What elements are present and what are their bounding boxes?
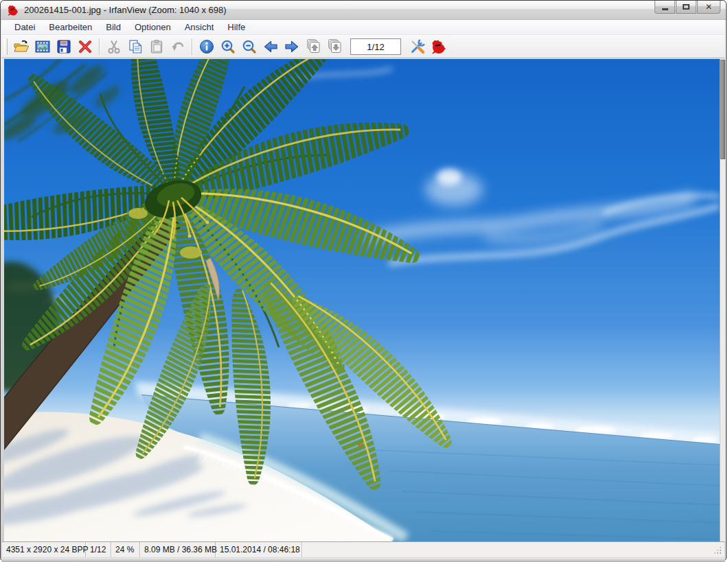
cut-button[interactable] xyxy=(103,37,124,56)
save-icon xyxy=(56,38,72,55)
menu-optionen[interactable]: Optionen xyxy=(128,20,178,34)
toolbar xyxy=(2,35,725,58)
status-zoom-level: 24 % xyxy=(111,542,140,557)
paste-icon xyxy=(148,38,165,55)
close-icon: ✕ xyxy=(705,3,712,11)
menu-bild[interactable]: Bild xyxy=(99,20,128,34)
maximize-icon xyxy=(683,4,690,10)
delete-button[interactable] xyxy=(74,37,95,56)
window-title: 200261415-001.jpg - IrfanView (Zoom: 104… xyxy=(24,5,227,15)
status-page-index: 1/12 xyxy=(86,542,111,557)
open-folder-icon xyxy=(13,38,30,55)
irfanview-cat-icon xyxy=(431,38,447,55)
zoom-out-button[interactable] xyxy=(238,37,260,56)
minimize-icon xyxy=(662,8,668,10)
beach-photo xyxy=(4,59,720,541)
zoom-in-button[interactable] xyxy=(217,37,238,56)
slideshow-button[interactable] xyxy=(32,37,53,56)
next-page-button[interactable] xyxy=(323,37,345,56)
window-controls: ✕ xyxy=(654,1,720,14)
status-file-size: 8.09 MB / 36.36 MB xyxy=(140,542,216,557)
irfanview-window: 200261415-001.jpg - IrfanView (Zoom: 104… xyxy=(0,0,727,561)
save-button[interactable] xyxy=(53,37,74,56)
toolbar-separator xyxy=(99,38,100,55)
delete-icon xyxy=(77,38,93,55)
image-canvas[interactable] xyxy=(4,59,720,541)
window-bottom-edge xyxy=(1,557,725,562)
status-bar: 4351 x 2920 x 24 BPP 1/12 24 % 8.09 MB /… xyxy=(2,541,725,557)
info-icon xyxy=(198,38,215,55)
irfanview-app-icon xyxy=(7,4,19,16)
copy-button[interactable] xyxy=(124,37,146,56)
pages-down-icon xyxy=(326,38,343,55)
menu-hilfe[interactable]: Hilfe xyxy=(220,20,252,34)
undo-icon xyxy=(170,38,186,55)
arrow-left-icon xyxy=(262,38,279,55)
previous-page-button[interactable] xyxy=(302,37,323,56)
status-image-dimensions: 4351 x 2920 x 24 BPP xyxy=(2,542,86,557)
about-button[interactable] xyxy=(428,37,449,56)
properties-button[interactable] xyxy=(407,37,428,56)
toolbar-grip[interactable] xyxy=(4,38,8,55)
menu-datei[interactable]: Datei xyxy=(8,20,42,34)
zoom-in-icon xyxy=(220,38,236,55)
close-button[interactable]: ✕ xyxy=(697,1,720,14)
cut-icon xyxy=(106,38,122,55)
open-button[interactable] xyxy=(10,37,32,56)
maximize-button[interactable] xyxy=(676,1,696,14)
copy-icon xyxy=(127,38,144,55)
status-file-datetime: 15.01.2014 / 08:46:18 xyxy=(216,542,302,557)
pages-up-icon xyxy=(305,38,321,55)
status-empty xyxy=(302,542,725,557)
vertical-scrollbar[interactable] xyxy=(720,59,725,541)
undo-button[interactable] xyxy=(167,37,188,56)
resize-grip[interactable] xyxy=(714,546,722,554)
title-bar[interactable]: 200261415-001.jpg - IrfanView (Zoom: 104… xyxy=(1,1,726,20)
menu-ansicht[interactable]: Ansicht xyxy=(178,20,221,34)
next-image-button[interactable] xyxy=(281,37,302,56)
info-button[interactable] xyxy=(196,37,217,56)
previous-image-button[interactable] xyxy=(260,37,281,56)
menu-bearbeiten[interactable]: Bearbeiten xyxy=(42,20,99,34)
page-jump-input[interactable] xyxy=(350,38,401,55)
menu-bar: Datei Bearbeiten Bild Optionen Ansicht H… xyxy=(2,20,725,35)
slideshow-icon xyxy=(34,38,51,55)
zoom-out-icon xyxy=(241,38,258,55)
properties-icon xyxy=(409,38,426,55)
vertical-scrollbar-thumb[interactable] xyxy=(720,60,725,159)
arrow-right-icon xyxy=(284,38,300,55)
toolbar-separator xyxy=(192,38,192,55)
paste-button[interactable] xyxy=(146,37,167,56)
minimize-button[interactable] xyxy=(655,1,675,14)
